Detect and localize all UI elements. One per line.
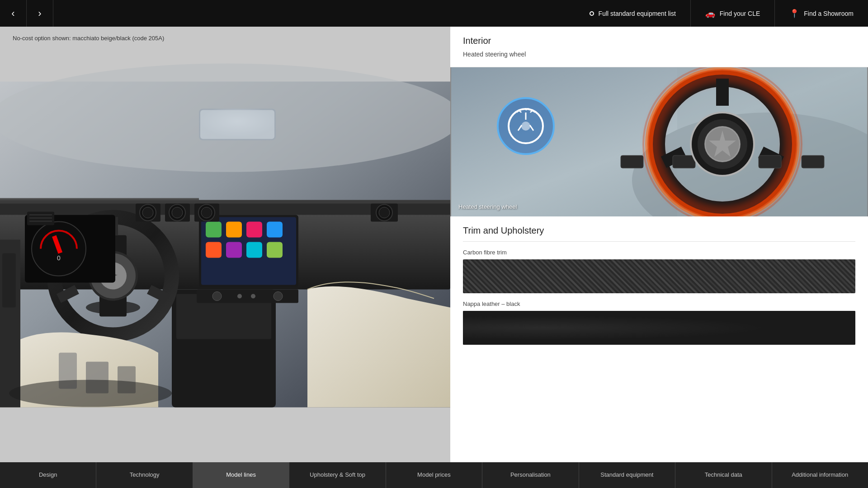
nappa-leather-item: Nappa leather – black: [463, 300, 855, 345]
trim-section-title: Trim and Upholstery: [463, 225, 855, 242]
find-showroom-label: Find a Showroom: [804, 10, 854, 17]
svg-rect-12: [226, 222, 242, 238]
car-icon: 🚗: [705, 9, 715, 19]
steering-wheel-feature-image[interactable]: Heated steering wheel: [450, 67, 868, 216]
nappa-leather-label: Nappa leather – black: [463, 300, 855, 307]
find-showroom-link[interactable]: 📍 Find a Showroom: [774, 0, 868, 27]
carbon-fibre-swatch[interactable]: [463, 259, 855, 293]
image-caption: No-cost option shown: macchiato beige/bl…: [13, 35, 164, 42]
svg-rect-75: [759, 155, 781, 168]
location-icon: 📍: [789, 9, 799, 19]
interior-feature-label: Heated steering wheel: [463, 51, 855, 61]
svg-rect-14: [267, 222, 283, 238]
trim-section: Trim and Upholstery Carbon fibre trim Na…: [450, 216, 868, 354]
svg-point-53: [379, 207, 390, 218]
bottom-nav-standard-equipment[interactable]: Standard equipment: [579, 462, 675, 488]
carbon-fibre-item: Carbon fibre trim: [463, 249, 855, 293]
svg-point-48: [142, 207, 153, 218]
bottom-nav-upholstery[interactable]: Upholstery & Soft top: [289, 462, 386, 488]
feature-image-label: Heated steering wheel: [458, 203, 517, 210]
svg-rect-73: [673, 155, 695, 168]
full-equipment-label: Full standard equipment list: [599, 10, 676, 17]
bottom-nav-personalisation[interactable]: Personalisation: [482, 462, 579, 488]
svg-point-88: [521, 122, 530, 131]
full-equipment-link[interactable]: Full standard equipment list: [575, 0, 690, 27]
car-interior-image: ✦ 0: [0, 27, 450, 462]
svg-point-21: [237, 294, 242, 299]
svg-rect-55: [2, 253, 16, 308]
nav-links: Full standard equipment list 🚗 Find your…: [575, 0, 868, 27]
svg-rect-61: [0, 198, 199, 200]
dot-icon: [590, 11, 594, 16]
prev-arrow[interactable]: ‹: [0, 0, 27, 27]
find-cle-label: Find your CLE: [720, 10, 760, 17]
bottom-nav-additional-info[interactable]: Additional information: [772, 462, 868, 488]
bottom-nav: Design Technology Model lines Upholstery…: [0, 462, 868, 488]
svg-rect-76: [802, 155, 824, 168]
carbon-fibre-label: Carbon fibre trim: [463, 249, 855, 256]
interior-title: Interior: [463, 36, 855, 46]
svg-rect-3: [200, 110, 274, 139]
svg-point-49: [172, 207, 183, 218]
svg-rect-13: [246, 222, 262, 238]
svg-point-23: [274, 292, 283, 301]
svg-rect-18: [267, 242, 283, 258]
bottom-nav-model-lines[interactable]: Model lines: [193, 462, 289, 488]
svg-rect-11: [206, 222, 222, 238]
bottom-nav-model-prices[interactable]: Model prices: [386, 462, 482, 488]
interior-section-header: Interior Heated steering wheel: [450, 27, 868, 67]
find-cle-link[interactable]: 🚗 Find your CLE: [690, 0, 774, 27]
bottom-nav-technical-data[interactable]: Technical data: [675, 462, 772, 488]
nappa-leather-swatch[interactable]: [463, 311, 855, 345]
svg-point-22: [251, 294, 255, 299]
svg-rect-74: [621, 155, 643, 168]
info-panel: Interior Heated steering wheel: [450, 27, 868, 462]
svg-text:0: 0: [57, 254, 61, 262]
next-arrow[interactable]: ›: [27, 0, 53, 27]
bottom-nav-technology[interactable]: Technology: [96, 462, 193, 488]
svg-rect-15: [206, 242, 222, 258]
svg-point-50: [201, 207, 212, 218]
nappa-leather-texture: [463, 311, 855, 345]
top-nav: ‹ › Full standard equipment list 🚗 Find …: [0, 0, 868, 27]
carbon-fibre-texture: [463, 259, 855, 293]
nav-arrows: ‹ ›: [0, 0, 53, 27]
svg-rect-16: [226, 242, 242, 258]
svg-rect-19: [197, 290, 298, 303]
svg-point-59: [9, 380, 172, 407]
main-content: No-cost option shown: macchiato beige/bl…: [0, 27, 868, 462]
steering-wheel-svg: [450, 67, 868, 216]
image-panel: No-cost option shown: macchiato beige/bl…: [0, 27, 450, 462]
bottom-nav-design[interactable]: Design: [0, 462, 96, 488]
svg-point-20: [212, 292, 222, 301]
svg-rect-17: [246, 242, 262, 258]
